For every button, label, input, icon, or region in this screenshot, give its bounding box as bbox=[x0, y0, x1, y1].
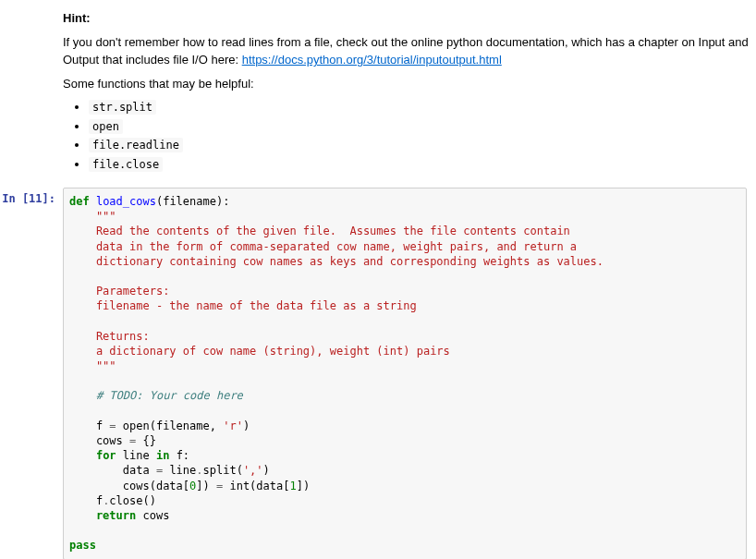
code-cell: In [11]: def load_cows(filename): """ Re… bbox=[0, 188, 756, 559]
hint-heading: Hint: bbox=[63, 11, 91, 25]
code-input-area[interactable]: def load_cows(filename): """ Read the co… bbox=[63, 188, 747, 559]
prompt-label: In [11]: bbox=[2, 192, 55, 205]
list-item: str.split bbox=[89, 98, 756, 116]
func-code: file.close bbox=[89, 157, 163, 172]
code-text: def load_cows(filename): """ Read the co… bbox=[69, 194, 740, 553]
hint-link[interactable]: https://docs.python.org/3/tutorial/input… bbox=[242, 53, 502, 67]
list-item: file.close bbox=[89, 155, 756, 174]
hint-cell: Hint: If you don't remember how to read … bbox=[0, 0, 756, 182]
hint-helpful-intro: Some functions that may be helpful: bbox=[63, 75, 756, 93]
func-code: str.split bbox=[89, 100, 156, 115]
hint-func-list: str.split open file.readline file.close bbox=[63, 98, 756, 173]
func-code: file.readline bbox=[89, 138, 183, 152]
input-prompt: In [11]: bbox=[0, 188, 63, 559]
list-item: file.readline bbox=[89, 136, 756, 154]
list-item: open bbox=[89, 117, 756, 136]
func-code: open bbox=[89, 119, 123, 134]
hint-intro: If you don't remember how to read lines … bbox=[63, 33, 756, 69]
